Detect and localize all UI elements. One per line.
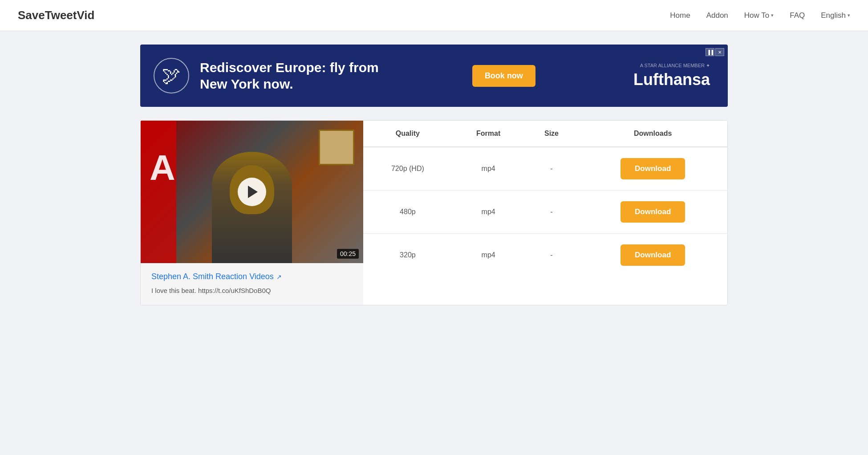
col-downloads: Downloads	[578, 121, 727, 147]
cell-size-1: -	[525, 191, 579, 234]
ad-text: Rediscover Europe: fly fromNew York now.	[200, 59, 379, 93]
nav-language[interactable]: English ▾	[821, 11, 850, 20]
header: SaveTweetVid Home Addon How To ▾ FAQ Eng…	[0, 0, 868, 31]
thumbnail-red-strip	[141, 121, 176, 263]
col-quality: Quality	[363, 121, 452, 147]
nav-addon[interactable]: Addon	[706, 11, 728, 20]
cell-format-0: mp4	[452, 147, 525, 191]
ad-right-section: A STAR ALLIANCE MEMBER ✦ Lufthansa	[616, 63, 728, 89]
downloads-panel: Quality Format Size Downloads 720p (HD) …	[363, 121, 727, 305]
ad-pause-button[interactable]: ▐▐	[706, 48, 714, 56]
cell-size-0: -	[525, 147, 579, 191]
table-row: 480p mp4 - Download	[363, 191, 727, 234]
cell-quality-1: 480p	[363, 191, 452, 234]
downloads-table: Quality Format Size Downloads 720p (HD) …	[363, 121, 727, 276]
thumbnail-letter: A	[150, 147, 175, 188]
table-header-row: Quality Format Size Downloads	[363, 121, 727, 147]
video-description: I love this beat. https://t.co/uKfShDoB0…	[151, 286, 353, 296]
table-header: Quality Format Size Downloads	[363, 121, 727, 147]
video-info: Stephen A. Smith Reaction Videos ↗ I lov…	[141, 263, 363, 305]
video-panel: A 00:25 Stephen A. Smith Reaction Videos…	[141, 121, 363, 305]
video-title-text: Stephen A. Smith Reaction Videos	[151, 272, 274, 281]
cell-format-1: mp4	[452, 191, 525, 234]
cell-quality-2: 320p	[363, 234, 452, 277]
ad-logo-circle: 🕊	[154, 58, 189, 93]
download-button-0[interactable]: Download	[621, 158, 685, 179]
content-area: A 00:25 Stephen A. Smith Reaction Videos…	[140, 120, 728, 305]
cell-size-2: -	[525, 234, 579, 277]
video-title-link[interactable]: Stephen A. Smith Reaction Videos ↗	[151, 272, 282, 281]
external-link-icon: ↗	[276, 273, 282, 280]
video-thumbnail[interactable]: A 00:25	[141, 121, 363, 263]
cell-quality-0: 720p (HD)	[363, 147, 452, 191]
play-button[interactable]	[238, 178, 266, 206]
language-dropdown-arrow: ▾	[848, 12, 850, 18]
ad-alliance-text: A STAR ALLIANCE MEMBER ✦	[633, 63, 710, 69]
col-size: Size	[525, 121, 579, 147]
download-button-1[interactable]: Download	[621, 201, 685, 223]
ad-close-button[interactable]: ✕	[715, 48, 724, 56]
main-nav: Home Addon How To ▾ FAQ English ▾	[670, 11, 850, 20]
cell-download-2: Download	[578, 234, 727, 277]
download-button-2[interactable]: Download	[621, 244, 685, 266]
thumbnail-person-silhouette	[212, 152, 292, 263]
ad-book-button[interactable]: Book now	[472, 65, 535, 87]
cell-download-1: Download	[578, 191, 727, 234]
nav-home[interactable]: Home	[670, 11, 690, 20]
thumbnail-frame-decoration	[319, 130, 354, 165]
ad-headline: Rediscover Europe: fly fromNew York now.	[200, 59, 379, 93]
nav-faq[interactable]: FAQ	[790, 11, 805, 20]
ad-controls: ▐▐ ✕	[706, 48, 724, 56]
ad-banner: 🕊 Rediscover Europe: fly fromNew York no…	[140, 45, 728, 107]
main-content: 🕊 Rediscover Europe: fly fromNew York no…	[122, 31, 746, 319]
table-body: 720p (HD) mp4 - Download 480p mp4 - Down…	[363, 147, 727, 276]
ad-left-section: 🕊 Rediscover Europe: fly fromNew York no…	[140, 58, 392, 93]
col-format: Format	[452, 121, 525, 147]
play-icon	[248, 186, 258, 198]
table-row: 320p mp4 - Download	[363, 234, 727, 277]
lufthansa-crane-icon: 🕊	[162, 66, 181, 85]
howto-dropdown-arrow: ▾	[771, 12, 774, 18]
nav-howto[interactable]: How To ▾	[744, 11, 774, 20]
site-logo[interactable]: SaveTweetVid	[18, 8, 94, 22]
cell-format-2: mp4	[452, 234, 525, 277]
ad-cta-area: Book now	[454, 65, 553, 87]
ad-brand-name: Lufthansa	[633, 70, 710, 89]
cell-download-0: Download	[578, 147, 727, 191]
duration-badge: 00:25	[337, 249, 359, 259]
table-row: 720p (HD) mp4 - Download	[363, 147, 727, 191]
